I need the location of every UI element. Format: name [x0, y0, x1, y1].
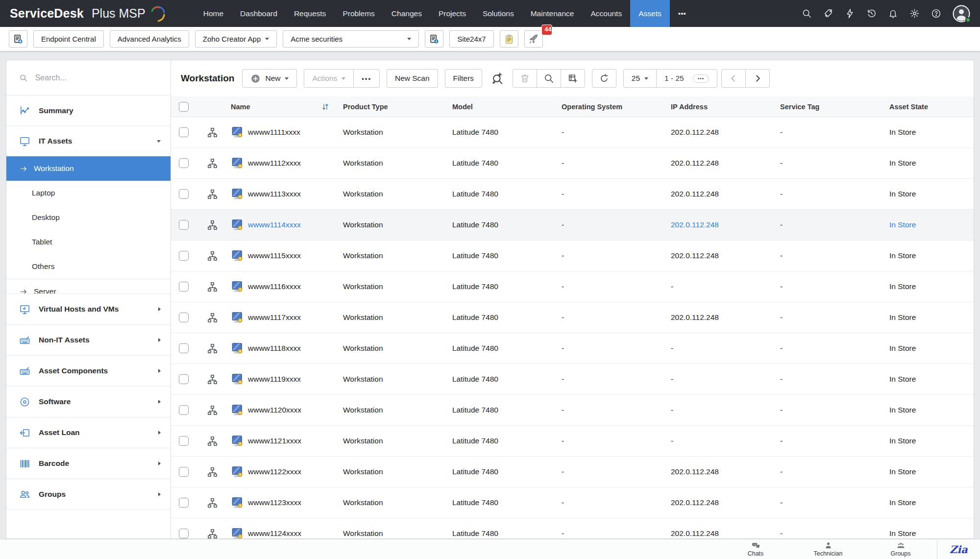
column-header-name[interactable]: Name — [223, 102, 337, 112]
row-checkbox[interactable] — [179, 529, 189, 538]
nav-item[interactable]: Problems — [334, 0, 383, 27]
table-row[interactable]: wwww1123xxxx Workstation Latitude 7480 -… — [171, 487, 974, 518]
next-page-button[interactable] — [745, 69, 770, 88]
row-checkbox[interactable] — [179, 436, 189, 446]
asset-name-link[interactable]: wwww1124xxxx — [248, 529, 301, 538]
asset-name-link[interactable]: wwww1116xxxx — [248, 282, 301, 291]
network-topology-icon[interactable] — [207, 250, 218, 262]
row-checkbox[interactable] — [179, 374, 189, 384]
table-row[interactable]: wwww1119xxxx Workstation Latitude 7480 -… — [171, 364, 974, 395]
sidebar-group-item[interactable]: Groups — [6, 479, 171, 510]
add-view-button[interactable] — [9, 30, 27, 48]
zoho-creator-app-button[interactable]: Zoho Creator App — [195, 30, 277, 48]
table-row[interactable]: wwww1114xxxx Workstation Latitude 7480 -… — [171, 210, 974, 241]
column-header-product-type[interactable]: Product Type — [337, 103, 446, 111]
table-row[interactable]: wwww1111xxxx Workstation Latitude 7480 -… — [171, 117, 974, 148]
dock-item[interactable]: Chats — [719, 539, 792, 559]
filters-button[interactable]: Filters — [445, 69, 482, 88]
nav-item[interactable]: Assets — [630, 0, 670, 27]
table-row[interactable]: wwww1113xxxx Workstation Latitude 7480 -… — [171, 179, 974, 210]
history-icon[interactable] — [866, 8, 877, 19]
account-info-button[interactable] — [425, 30, 443, 48]
search-in-list-button[interactable] — [537, 69, 561, 88]
table-row[interactable]: wwww1117xxxx Workstation Latitude 7480 -… — [171, 302, 974, 333]
network-topology-icon[interactable] — [207, 405, 218, 416]
more-actions-button[interactable]: ••• — [353, 69, 380, 88]
sidebar-group-item[interactable]: Software — [6, 386, 171, 417]
row-checkbox[interactable] — [179, 127, 189, 137]
sidebar-subitem[interactable]: Workstation — [6, 156, 171, 181]
network-topology-icon[interactable] — [207, 219, 218, 231]
sidebar-item-it-assets[interactable]: IT Assets — [6, 126, 171, 156]
column-header-operating-system[interactable]: Operating System — [556, 103, 665, 111]
new-button[interactable]: New — [242, 69, 297, 88]
sidebar-group-item[interactable]: Asset Components — [6, 355, 171, 386]
asset-name-link[interactable]: wwww1113xxxx — [248, 190, 301, 198]
scan-search-icon[interactable] — [489, 72, 506, 85]
nav-item[interactable]: Maintenance — [522, 0, 583, 27]
network-topology-icon[interactable] — [207, 374, 218, 385]
network-topology-icon[interactable] — [207, 436, 218, 447]
row-checkbox[interactable] — [179, 282, 189, 292]
column-header-ip-address[interactable]: IP Address — [665, 103, 774, 111]
sidebar-subitem[interactable]: Others — [6, 254, 171, 279]
sidebar-group-item[interactable]: Barcode — [6, 448, 171, 479]
network-topology-icon[interactable] — [207, 281, 218, 292]
network-topology-icon[interactable] — [207, 312, 218, 323]
table-row[interactable]: wwww1121xxxx Workstation Latitude 7480 -… — [171, 426, 974, 457]
sort-icon[interactable] — [320, 102, 330, 112]
announcements-button[interactable]: 44 — [524, 30, 543, 48]
nav-item[interactable]: Requests — [286, 0, 334, 27]
advanced-analytics-button[interactable]: Advanced Analytics — [110, 30, 189, 48]
gear-icon[interactable] — [909, 8, 920, 19]
sidebar-group-item[interactable]: Non-IT Assets — [6, 324, 171, 355]
network-topology-icon[interactable] — [207, 528, 218, 539]
refresh-button[interactable] — [592, 69, 616, 88]
sidebar-group-item[interactable]: Virtual Hosts and VMs — [6, 293, 171, 324]
column-header-service-tag[interactable]: Service Tag — [774, 103, 883, 111]
bell-icon[interactable] — [888, 8, 898, 19]
asset-name-link[interactable]: wwww1123xxxx — [248, 498, 301, 507]
asset-name-link[interactable]: wwww1121xxxx — [248, 437, 301, 445]
select-all-checkbox[interactable] — [179, 102, 189, 112]
row-checkbox[interactable] — [179, 343, 189, 353]
asset-name-link[interactable]: wwww1120xxxx — [248, 406, 301, 414]
asset-name-link[interactable]: wwww1119xxxx — [248, 375, 301, 384]
row-checkbox[interactable] — [179, 313, 189, 322]
table-row[interactable]: wwww1118xxxx Workstation Latitude 7480 -… — [171, 333, 974, 364]
zia-assistant-button[interactable]: Zia — [937, 539, 980, 559]
table-row[interactable]: wwww1116xxxx Workstation Latitude 7480 -… — [171, 271, 974, 302]
endpoint-central-button[interactable]: Endpoint Central — [33, 30, 104, 48]
network-topology-icon[interactable] — [207, 497, 218, 509]
dock-item[interactable]: Groups — [864, 539, 937, 559]
asset-name-link[interactable]: wwww1118xxxx — [248, 344, 301, 353]
row-checkbox[interactable] — [179, 189, 189, 199]
row-checkbox[interactable] — [179, 251, 189, 261]
sidebar-subitem[interactable]: Laptop — [6, 181, 171, 205]
actions-button[interactable]: Actions — [304, 69, 354, 88]
delete-button[interactable] — [513, 69, 537, 88]
table-row[interactable]: wwww1122xxxx Workstation Latitude 7480 -… — [171, 457, 974, 487]
row-checkbox[interactable] — [179, 220, 189, 230]
row-checkbox[interactable] — [179, 498, 189, 508]
pagination-more-button[interactable]: ••• — [693, 74, 710, 83]
table-row[interactable]: wwww1112xxxx Workstation Latitude 7480 -… — [171, 148, 974, 179]
tag-plus-icon[interactable] — [823, 8, 833, 19]
network-topology-icon[interactable] — [207, 127, 218, 138]
table-row[interactable]: wwww1120xxxx Workstation Latitude 7480 -… — [171, 395, 974, 426]
asset-name-link[interactable]: wwww1114xxxx — [248, 220, 301, 229]
page-size-select[interactable]: 25 — [623, 69, 657, 88]
asset-name-link[interactable]: wwww1111xxxx — [248, 128, 300, 137]
nav-item[interactable]: Accounts — [582, 0, 630, 27]
asset-name-link[interactable]: wwww1122xxxx — [248, 467, 301, 476]
asset-name-link[interactable]: wwww1115xxxx — [248, 251, 301, 260]
network-topology-icon[interactable] — [207, 466, 218, 478]
column-header-asset-state[interactable]: Asset State — [883, 103, 974, 111]
user-avatar[interactable] — [953, 5, 970, 23]
table-row[interactable]: wwww1124xxxx Workstation Latitude 7480 -… — [171, 518, 974, 538]
network-topology-icon[interactable] — [207, 158, 218, 169]
notes-button[interactable] — [500, 30, 518, 48]
site24x7-button[interactable]: Site24x7 — [449, 30, 493, 48]
sidebar-group-item[interactable]: Asset Loan — [6, 417, 171, 448]
dock-item[interactable]: Technician — [792, 539, 864, 559]
